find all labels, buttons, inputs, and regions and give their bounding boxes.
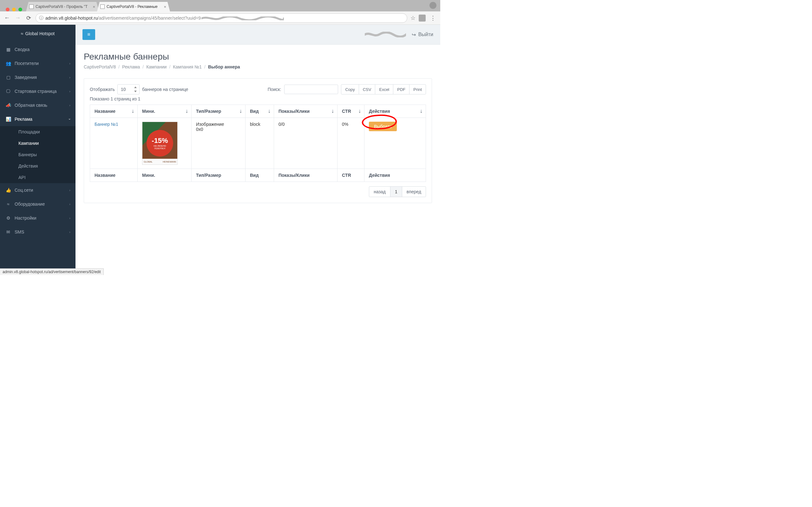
sort-icon[interactable]: ▲▼ xyxy=(240,109,242,113)
column-header[interactable]: Мини.▲▼ xyxy=(138,105,192,118)
toggle-sidebar-button[interactable]: ≡ xyxy=(83,29,95,40)
data-panel: Отображать 10 баннеров на странице Поиск… xyxy=(84,78,432,203)
pagination-next[interactable]: вперед xyxy=(402,186,426,197)
back-button[interactable]: ← xyxy=(3,14,11,22)
banner-name-link[interactable]: Баннер №1 xyxy=(95,122,118,127)
search-label: Поиск: xyxy=(268,87,281,92)
sort-icon[interactable]: ▲▼ xyxy=(332,109,334,113)
sidebar-item-Реклама[interactable]: 📊Реклама› xyxy=(0,112,75,126)
tab-title: CaptivePortalV8 - Профиль "Т xyxy=(36,4,88,9)
breadcrumb-link[interactable]: Кампании xyxy=(146,64,166,69)
export-csv-button[interactable]: CSV xyxy=(359,84,375,95)
forward-button[interactable]: → xyxy=(14,14,21,22)
chevron-icon: › xyxy=(69,75,70,79)
site-info-icon[interactable]: ⓘ xyxy=(39,15,44,21)
browser-menu-icon[interactable]: ⋮ xyxy=(429,14,437,21)
sidebar-subitem-Действия[interactable]: Действия xyxy=(0,160,75,172)
column-footer: CTR xyxy=(338,169,364,182)
maximize-window-icon[interactable] xyxy=(18,8,22,11)
export-print-button[interactable]: Print xyxy=(409,84,426,95)
sidebar-item-Настройки[interactable]: ⚙Настройки› xyxy=(0,211,75,225)
logout-button[interactable]: ↪ Выйти xyxy=(412,32,433,38)
sidebar-item-Сводка[interactable]: ▦Сводка xyxy=(0,43,75,56)
banner-thumbnail[interactable]: -15%НА ЛЮБУЮПОКУПКУ!GLOBALHEINEMANN xyxy=(142,122,177,165)
sort-icon[interactable]: ▲▼ xyxy=(420,109,422,113)
breadcrumb-link[interactable]: Кампания №1 xyxy=(173,64,202,69)
sidebar-item-SMS[interactable]: ✉SMS› xyxy=(0,225,75,239)
sidebar-subitem-API[interactable]: API xyxy=(0,172,75,183)
breadcrumb: CaptivePortalV8/Реклама/Кампании/Кампани… xyxy=(84,64,432,69)
column-header[interactable]: Показы/Клики▲▼ xyxy=(274,105,338,118)
breadcrumb-link[interactable]: Реклама xyxy=(122,64,140,69)
sort-icon[interactable]: ▲▼ xyxy=(358,109,361,113)
pagination: назад1вперед xyxy=(90,186,426,197)
close-tab-icon[interactable]: × xyxy=(93,4,95,9)
sidebar-item-label: Реклама xyxy=(14,117,32,122)
page-info: Показано 1 страниц из 1 xyxy=(90,96,426,101)
redacted-scribble xyxy=(201,16,284,20)
minimize-window-icon[interactable] xyxy=(12,8,16,11)
sidebar-item-label: Оборудование xyxy=(14,202,45,207)
sidebar-subitem-Баннеры[interactable]: Баннеры xyxy=(0,149,75,160)
topbar: ≡ ↪ Выйти xyxy=(75,25,440,44)
sidebar-item-Посетители[interactable]: 👥Посетители› xyxy=(0,56,75,70)
sidebar-item-Оборудование[interactable]: ≈Оборудование› xyxy=(0,197,75,211)
breadcrumb-link[interactable]: CaptivePortalV8 xyxy=(84,64,116,69)
user-avatar-icon[interactable] xyxy=(429,2,437,9)
address-bar[interactable]: ⓘ admin.v8.global-hotspot.ru/ad/vertisem… xyxy=(36,13,407,23)
select-button[interactable]: Выбрать xyxy=(369,122,397,131)
length-value: 10 xyxy=(121,87,126,92)
main-area: ≡ ↪ Выйти Рекламные баннеры CaptivePorta… xyxy=(75,25,440,275)
export-copy-button[interactable]: Copy xyxy=(341,84,359,95)
browser-chrome: CaptivePortalV8 - Профиль "Т × CaptivePo… xyxy=(0,0,440,25)
sidebar-subitem-Кампании[interactable]: Кампании xyxy=(0,137,75,149)
browser-tab-active[interactable]: CaptivePortalV8 - Рекламные × xyxy=(97,2,170,11)
sort-icon[interactable]: ▲▼ xyxy=(268,109,270,113)
column-header[interactable]: Название▲▼ xyxy=(90,105,138,118)
kind-cell: block xyxy=(246,118,274,169)
url-domain: admin.v8.global-hotspot.ru xyxy=(45,15,98,20)
sort-icon[interactable]: ▲▼ xyxy=(186,109,188,113)
column-header[interactable]: Тип/Размер▲▼ xyxy=(192,105,246,118)
search-input[interactable] xyxy=(284,84,338,94)
sidebar-item-label: Сводка xyxy=(14,47,30,52)
status-bar: admin.v8.global-hotspot.ru/ad/vertisemen… xyxy=(0,268,104,275)
page-icon xyxy=(29,4,34,9)
chevron-icon: › xyxy=(69,103,70,107)
column-header[interactable]: Действия▲▼ xyxy=(364,105,426,118)
reload-button[interactable]: ⟳ xyxy=(25,14,32,22)
sidebar-subitem-Площадки[interactable]: Площадки xyxy=(0,126,75,137)
sort-icon[interactable]: ▲▼ xyxy=(132,109,134,113)
sidebar-item-label: Заведения xyxy=(14,75,37,80)
column-header[interactable]: Вид▲▼ xyxy=(246,105,274,118)
megaphone-icon: 📣 xyxy=(6,103,11,108)
browser-tab-inactive[interactable]: CaptivePortalV8 - Профиль "Т × xyxy=(26,2,99,11)
export-excel-button[interactable]: Excel xyxy=(375,84,393,95)
pagination-prev[interactable]: назад xyxy=(369,186,391,197)
mail-icon: ✉ xyxy=(6,229,11,234)
page-length-select[interactable]: 10 xyxy=(117,84,140,95)
brand-text: Global Hotspot xyxy=(26,31,55,36)
extension-icon[interactable] xyxy=(419,14,426,21)
sidebar-item-label: SMS xyxy=(14,229,24,234)
column-footer: Мини. xyxy=(138,169,192,182)
export-pdf-button[interactable]: PDF xyxy=(393,84,409,95)
close-window-icon[interactable] xyxy=(6,8,9,11)
column-footer: Действия xyxy=(364,169,426,182)
column-header[interactable]: CTR▲▼ xyxy=(338,105,364,118)
sidebar-item-Соц.сети[interactable]: 👍Соц.сети› xyxy=(0,183,75,197)
sidebar-item-Заведения[interactable]: ▢Заведения› xyxy=(0,70,75,84)
banners-table: Название▲▼Мини.▲▼Тип/Размер▲▼Вид▲▼Показы… xyxy=(90,105,426,182)
close-tab-icon[interactable]: × xyxy=(164,4,166,9)
sidebar-item-Обратная связь[interactable]: 📣Обратная связь› xyxy=(0,98,75,112)
chevron-icon: › xyxy=(69,202,70,206)
sidebar-item-Стартовая страница[interactable]: 🖵Стартовая страница› xyxy=(0,84,75,98)
bookmark-icon[interactable]: ☆ xyxy=(410,14,415,21)
length-label-pre: Отображать xyxy=(90,87,115,92)
column-footer: Вид xyxy=(246,169,274,182)
pagination-page[interactable]: 1 xyxy=(390,186,402,197)
sidebar-item-label: Настройки xyxy=(14,216,37,221)
redacted-scribble xyxy=(365,32,406,38)
type-cell: Изображение0x0 xyxy=(192,118,246,169)
sidebar-item-label: Посетители xyxy=(14,61,39,66)
